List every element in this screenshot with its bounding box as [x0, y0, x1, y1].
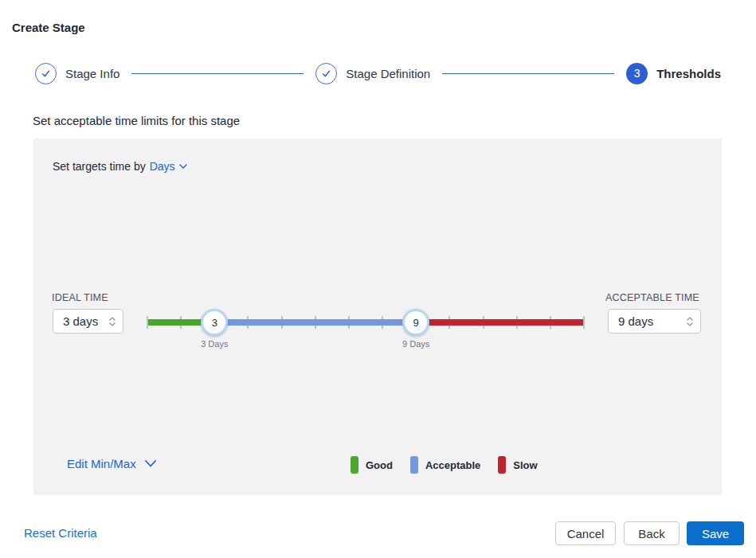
legend-item-good: Good	[351, 456, 393, 474]
legend: GoodAcceptableSlow	[351, 456, 538, 474]
page-title: Create Stage	[12, 21, 85, 34]
slider-tick-day-1	[147, 316, 148, 329]
acceptable-handle[interactable]: 9	[402, 309, 429, 336]
legend-label: Slow	[513, 459, 537, 471]
step-label: Thresholds	[656, 67, 721, 80]
step-label: Stage Definition	[346, 67, 430, 80]
stepper-connector	[442, 73, 614, 74]
ideal-time-label: IDEAL TIME	[52, 292, 108, 303]
legend-label: Good	[366, 459, 393, 471]
back-button[interactable]: Back	[624, 521, 680, 545]
step-label: Stage Info	[65, 67, 119, 80]
step-complete-circle	[35, 63, 57, 84]
chevron-down-icon	[687, 322, 693, 326]
ideal-handle[interactable]: 3	[201, 309, 228, 336]
segment-acceptable	[214, 319, 416, 326]
step-stage-definition[interactable]: Stage Definition	[315, 63, 430, 84]
chevron-up-icon	[687, 317, 693, 321]
acceptable-time-label: ACCEPTABLE TIME	[605, 292, 699, 303]
legend-swatch	[410, 456, 418, 474]
acceptable-time-stepper[interactable]	[687, 317, 693, 326]
check-icon	[321, 68, 331, 79]
ideal-time-stepper[interactable]	[109, 317, 116, 326]
chevron-down-icon	[109, 322, 116, 326]
days-unit-dropdown[interactable]: Days	[150, 160, 187, 173]
legend-item-slow: Slow	[498, 456, 537, 474]
reset-criteria-link[interactable]: Reset Criteria	[24, 526, 97, 540]
days-unit-value: Days	[150, 160, 175, 173]
edit-minmax-link[interactable]: Edit Min/Max	[67, 457, 156, 470]
step-stage-info[interactable]: Stage Info	[35, 63, 119, 84]
threshold-slider[interactable]: 33 Days99 Days	[147, 313, 584, 364]
acceptable-time-input[interactable]	[618, 314, 687, 328]
slider-tick-day-14	[583, 316, 585, 329]
chevron-down-icon	[145, 460, 156, 467]
legend-swatch	[498, 456, 506, 474]
edit-minmax-label: Edit Min/Max	[67, 457, 136, 470]
save-button[interactable]: Save	[687, 521, 744, 545]
step-current-circle: 3	[626, 63, 648, 84]
segment-slow	[416, 319, 584, 326]
check-icon	[41, 68, 51, 79]
step-thresholds[interactable]: 3 Thresholds	[626, 63, 721, 84]
step-complete-circle	[315, 63, 337, 84]
ideal-handle-label: 3 Days	[182, 339, 246, 349]
ideal-time-input[interactable]	[63, 314, 109, 328]
stepper: Stage Info Stage Definition 3 Thresholds	[35, 60, 721, 86]
chevron-up-icon	[109, 317, 116, 321]
targets-row: Set targets time by Days	[53, 160, 187, 173]
acceptable-handle-label: 9 Days	[384, 339, 448, 349]
chevron-down-icon	[179, 164, 187, 169]
create-stage-dialog: Create Stage Stage Info Stage Definition…	[0, 0, 756, 558]
targets-label: Set targets time by	[53, 160, 146, 173]
acceptable-time-field	[608, 309, 701, 334]
section-heading: Set acceptable time limits for this stag…	[33, 114, 240, 127]
step-number: 3	[634, 67, 640, 80]
legend-item-acceptable: Acceptable	[410, 456, 480, 474]
legend-swatch	[351, 456, 358, 474]
stepper-connector	[131, 73, 304, 74]
ideal-time-field	[53, 309, 123, 334]
cancel-button[interactable]: Cancel	[555, 521, 616, 545]
thresholds-panel: Set targets time by Days IDEAL TIME 33 D…	[33, 139, 722, 495]
legend-label: Acceptable	[425, 459, 480, 471]
